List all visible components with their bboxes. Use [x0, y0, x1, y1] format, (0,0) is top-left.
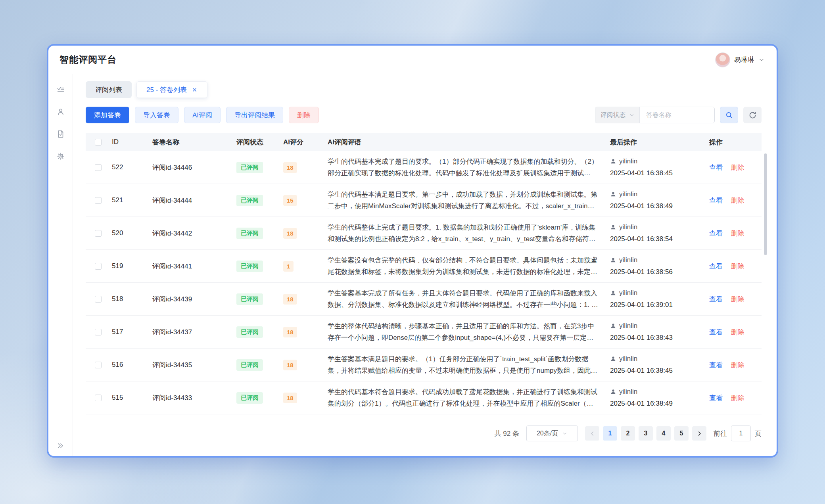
cell-name: 评阅id-34441	[152, 262, 236, 271]
cell-comment: 学生的代码基本满足题目要求。第一步中，成功加载了数据，并划分成训练集和测试集。第…	[328, 189, 600, 212]
toolbar: 添加答卷 导入答卷 AI评阅 导出评阅结果 删除 评阅状态	[86, 107, 762, 123]
score-badge: 18	[283, 294, 297, 305]
operator-name: yilinlin	[619, 188, 637, 200]
status-badge: 已评阅	[236, 359, 263, 371]
settings-gear-icon[interactable]	[56, 152, 65, 161]
next-page-button[interactable]	[692, 426, 706, 441]
export-results-button[interactable]: 导出评阅结果	[226, 107, 283, 123]
delete-link[interactable]: 删除	[731, 230, 744, 237]
delete-link[interactable]: 删除	[731, 263, 744, 270]
operation-time: 2025-04-01 16:38:45	[610, 167, 709, 179]
table-row: 516 评阅id-34435 已评阅 18 学生答案基本满足题目的要求。（1）任…	[86, 349, 762, 381]
pagination: 共 92 条 20条/页 12345 前往 页	[86, 425, 762, 441]
user-menu[interactable]: 易琳琳	[715, 52, 765, 67]
cell-id: 521	[110, 196, 152, 204]
operator-name: yilinlin	[619, 155, 637, 167]
cell-id: 520	[110, 229, 152, 237]
tab-answer-sheet-list[interactable]: 25 - 答卷列表	[136, 81, 207, 98]
view-link[interactable]: 查看	[709, 328, 723, 336]
view-link[interactable]: 查看	[709, 197, 723, 204]
page-button-2[interactable]: 2	[621, 426, 635, 441]
score-badge: 18	[283, 162, 297, 173]
score-badge: 1	[283, 261, 294, 272]
operation-time: 2025-04-01 16:38:49	[610, 200, 709, 212]
delete-link[interactable]: 删除	[731, 328, 744, 336]
view-link[interactable]: 查看	[709, 164, 723, 171]
page-size-select[interactable]: 20条/页	[526, 425, 578, 441]
view-link[interactable]: 查看	[709, 295, 723, 303]
view-link[interactable]: 查看	[709, 361, 723, 369]
cell-last-op: yilinlin 2025-04-01 16:38:49	[610, 188, 709, 212]
review-list-icon[interactable]	[56, 85, 65, 94]
cell-action: 查看 删除	[709, 262, 762, 271]
cell-action: 查看 删除	[709, 360, 762, 370]
row-checkbox[interactable]	[95, 395, 102, 401]
table-body: 522 评阅id-34446 已评阅 18 学生的代码基本完成了题目的要求。（1…	[86, 151, 762, 414]
page-button-5[interactable]: 5	[674, 426, 689, 441]
delete-link[interactable]: 删除	[731, 164, 744, 171]
cell-action: 查看 删除	[709, 229, 762, 238]
prev-page-button[interactable]	[585, 426, 599, 441]
refresh-icon	[748, 111, 757, 119]
status-select-placeholder: 评阅状态	[601, 111, 626, 119]
cell-id: 516	[110, 361, 152, 369]
answer-name-input[interactable]	[640, 107, 714, 123]
page-button-4[interactable]: 4	[656, 426, 671, 441]
page-button-3[interactable]: 3	[639, 426, 653, 441]
refresh-button[interactable]	[743, 107, 762, 123]
goto-page-input[interactable]	[731, 425, 751, 441]
document-check-icon[interactable]	[56, 130, 65, 138]
table-scrollbar[interactable]	[764, 153, 767, 410]
score-badge: 18	[283, 327, 297, 337]
pager: 12345	[585, 426, 706, 441]
search-button[interactable]	[720, 107, 738, 123]
delete-link[interactable]: 删除	[731, 197, 744, 204]
main-content: 评阅列表 25 - 答卷列表 添加答卷 导入答卷 AI评阅 导出评阅结果 删除	[73, 74, 777, 456]
view-link[interactable]: 查看	[709, 394, 723, 402]
select-all-checkbox[interactable]	[95, 139, 102, 146]
row-checkbox[interactable]	[95, 362, 102, 368]
status-badge: 已评阅	[236, 162, 263, 173]
ai-review-button[interactable]: AI评阅	[184, 107, 221, 123]
view-link[interactable]: 查看	[709, 263, 723, 270]
page-button-1[interactable]: 1	[603, 426, 617, 441]
import-answer-button[interactable]: 导入答卷	[135, 107, 178, 123]
user-name: 易琳琳	[734, 55, 754, 64]
tab-bar: 评阅列表 25 - 答卷列表	[86, 81, 762, 98]
operation-time: 2025-04-01 16:38:43	[610, 332, 709, 344]
cell-action: 查看 删除	[709, 393, 762, 402]
delete-link[interactable]: 删除	[731, 361, 744, 369]
delete-link[interactable]: 删除	[731, 394, 744, 402]
tab-review-list[interactable]: 评阅列表	[86, 81, 132, 98]
delete-button[interactable]: 删除	[289, 107, 319, 123]
table-header-row: ID 答卷名称 评阅状态 AI评分 AI评阅评语 最后操作 操作	[86, 133, 762, 151]
double-chevron-right-icon[interactable]	[57, 442, 65, 450]
delete-link[interactable]: 删除	[731, 295, 744, 303]
row-checkbox[interactable]	[95, 164, 102, 171]
view-link[interactable]: 查看	[709, 230, 723, 237]
scrollbar-thumb[interactable]	[764, 153, 767, 255]
add-answer-button[interactable]: 添加答卷	[86, 107, 129, 123]
cell-last-op: yilinlin 2025-04-01 16:38:45	[610, 155, 709, 179]
status-badge: 已评阅	[236, 293, 263, 305]
cell-comment: 学生答案基本满足题目的要求。（1）任务部分正确使用了`train_test_sp…	[328, 353, 600, 376]
close-icon[interactable]	[192, 87, 198, 93]
user-icon[interactable]	[56, 107, 65, 116]
operator-name: yilinlin	[619, 287, 637, 299]
review-status-select[interactable]: 评阅状态	[595, 107, 640, 123]
score-badge: 18	[283, 360, 297, 370]
cell-last-op: yilinlin 2025-04-01 16:39:01	[610, 287, 709, 311]
row-checkbox[interactable]	[95, 329, 102, 335]
column-header-id: ID	[110, 138, 152, 146]
avatar[interactable]	[715, 52, 730, 67]
operator-name: yilinlin	[619, 320, 637, 332]
row-checkbox[interactable]	[95, 230, 102, 237]
row-checkbox[interactable]	[95, 296, 102, 303]
person-icon	[610, 257, 616, 263]
person-icon	[610, 356, 616, 362]
row-checkbox[interactable]	[95, 197, 102, 204]
row-checkbox[interactable]	[95, 263, 102, 270]
score-badge: 18	[283, 228, 297, 239]
status-badge: 已评阅	[236, 228, 263, 239]
chevron-right-icon	[696, 431, 702, 437]
